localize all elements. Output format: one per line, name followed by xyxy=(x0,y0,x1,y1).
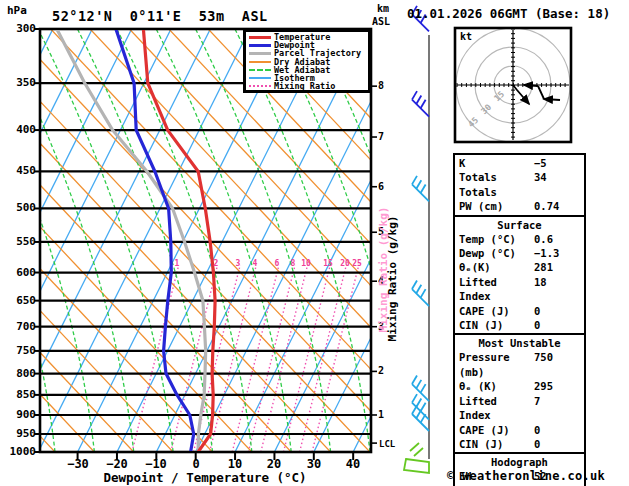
stats-row: CAPE (J)0 xyxy=(455,304,584,318)
stats-value: 750 xyxy=(534,350,580,379)
legend-swatch xyxy=(249,36,271,39)
dewpoint-curve xyxy=(116,29,194,452)
mixing-ratio-value-label: 3 xyxy=(229,259,247,268)
stats-row: PW (cm)0.74 xyxy=(455,199,584,213)
legend-swatch xyxy=(249,69,271,71)
stats-panel: K−5Totals Totals34PW (cm)0.74SurfaceTemp… xyxy=(453,155,586,486)
pressure-tick-label: 650 xyxy=(2,294,36,307)
mixing-ratio-value-label: 10 xyxy=(297,259,315,268)
stats-value: −1.3 xyxy=(534,246,580,260)
stats-row: Temp (°C)0.6 xyxy=(455,232,584,246)
pressure-tick-label: 450 xyxy=(2,164,36,177)
mixing-ratio-axis-label: Mixing Ratio (g/kg) xyxy=(386,199,399,359)
pressure-tick-label: 850 xyxy=(2,388,36,401)
x-tick-label: −30 xyxy=(58,457,98,471)
wind-barb xyxy=(412,281,429,307)
pressure-tick-label: 750 xyxy=(2,344,36,357)
hodograph-unit-label: kt xyxy=(460,31,472,42)
mixing-ratio-value-label: 4 xyxy=(246,259,264,268)
stats-label: Totals Totals xyxy=(459,170,534,199)
pressure-axis-unit: hPa xyxy=(7,4,27,17)
pressure-tick-label: 900 xyxy=(2,408,36,421)
km-tick-label: 7 xyxy=(378,131,384,142)
skewt-sounding-page: hPa 52°12'N 0°11'E 53m ASL km ASL 01.01.… xyxy=(0,0,629,486)
mixing-ratio-line xyxy=(132,265,179,452)
stats-row: Lifted Index7 xyxy=(455,394,584,423)
stats-value: 295 xyxy=(534,379,580,393)
stats-value: 281 xyxy=(534,260,580,274)
pressure-tick-label: 400 xyxy=(2,123,36,136)
pressure-tick-label: 1000 xyxy=(2,445,36,458)
hodograph-trace xyxy=(538,86,544,99)
station-title: 52°12'N 0°11'E 53m ASL xyxy=(52,8,268,24)
mixing-ratio-value-label: 25 xyxy=(348,259,366,268)
hodograph-trace xyxy=(524,85,538,86)
stats-value: 0 xyxy=(534,304,580,318)
stats-value: 0 xyxy=(534,423,580,437)
stats-section-title: Surface xyxy=(455,218,584,232)
stats-row: K−5 xyxy=(455,156,584,170)
legend-label: Mixing Ratio xyxy=(274,82,335,90)
x-tick-label: 30 xyxy=(294,457,334,471)
stats-value: 34 xyxy=(534,170,580,199)
pressure-tick-label: 550 xyxy=(2,235,36,248)
stats-value: −5 xyxy=(534,156,580,170)
mixing-ratio-line xyxy=(312,265,359,452)
km-tick-label: 1 xyxy=(378,409,384,420)
stats-label: θₑ(K) xyxy=(459,260,534,274)
stats-row: CIN (J)0 xyxy=(455,318,584,332)
mixing-ratio-value-label: 1 xyxy=(168,259,186,268)
stats-label: Lifted Index xyxy=(459,394,534,423)
pressure-tick-label: 500 xyxy=(2,201,36,214)
legend-swatch xyxy=(249,61,271,63)
stats-label: Lifted Index xyxy=(459,275,534,304)
surface-wind-flag xyxy=(404,443,429,473)
legend-swatch xyxy=(249,85,271,87)
stats-section: SurfaceTemp (°C)0.6Dewp (°C)−1.3θₑ(K)281… xyxy=(453,215,586,336)
stats-row: CAPE (J)0 xyxy=(455,423,584,437)
x-tick-label: 10 xyxy=(215,457,255,471)
stats-row: Totals Totals34 xyxy=(455,170,584,199)
stats-label: Temp (°C) xyxy=(459,232,534,246)
x-tick-label: 20 xyxy=(254,457,294,471)
stats-row: θₑ (K)295 xyxy=(455,379,584,393)
stats-label: Pressure (mb) xyxy=(459,350,534,379)
credit-footer: © weatheronline.co.uk xyxy=(447,469,605,483)
legend-swatch xyxy=(249,52,271,55)
mixing-ratio-line xyxy=(261,265,308,452)
stats-label: Dewp (°C) xyxy=(459,246,534,260)
altitude-axis-unit-km: km xyxy=(377,3,389,14)
stats-label: CAPE (J) xyxy=(459,423,534,437)
x-tick-label: −20 xyxy=(97,457,137,471)
stats-value: 0 xyxy=(534,437,580,451)
pressure-tick-label: 600 xyxy=(2,266,36,279)
legend-swatch xyxy=(249,77,271,79)
stats-label: CIN (J) xyxy=(459,437,534,451)
stats-value: 18 xyxy=(534,275,580,304)
mixing-ratio-value-label: 15 xyxy=(319,259,337,268)
hodograph-trace xyxy=(544,99,560,100)
stats-row: Lifted Index18 xyxy=(455,275,584,304)
stats-row: θₑ(K)281 xyxy=(455,260,584,274)
stats-label: K xyxy=(459,156,534,170)
stats-label: θₑ (K) xyxy=(459,379,534,393)
stats-row: Pressure (mb)750 xyxy=(455,350,584,379)
stats-value: 0 xyxy=(534,318,580,332)
stats-section: Most UnstablePressure (mb)750θₑ (K)295Li… xyxy=(453,333,586,454)
x-axis-label: Dewpoint / Temperature (°C) xyxy=(85,470,325,485)
hodograph-trace xyxy=(513,85,529,104)
km-tick-label: 2 xyxy=(378,365,384,376)
stats-label: PW (cm) xyxy=(459,199,534,213)
pressure-tick-label: 950 xyxy=(2,427,36,440)
x-tick-label: −10 xyxy=(136,457,176,471)
x-tick-label: 40 xyxy=(333,457,373,471)
legend-box: TemperatureDewpointParcel TrajectoryDry … xyxy=(243,29,371,93)
km-tick-label: 8 xyxy=(378,80,384,91)
pressure-tick-label: 300 xyxy=(2,22,36,35)
stats-row: CIN (J)0 xyxy=(455,437,584,451)
wind-barb xyxy=(412,91,429,117)
lcl-label: LCL xyxy=(379,439,395,449)
isotherm-line xyxy=(38,29,250,452)
legend-item: Mixing Ratio xyxy=(248,82,368,90)
stats-value: 0.6 xyxy=(534,232,580,246)
